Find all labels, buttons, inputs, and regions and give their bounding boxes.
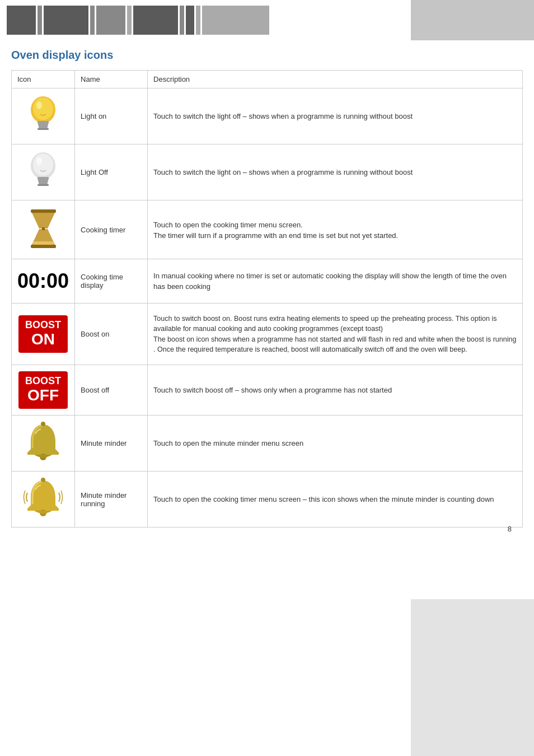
icon-table: Icon Name Description — [11, 70, 523, 528]
boost-on-icon: BOOST ON — [18, 315, 68, 353]
name-cell-cooking-timer: Cooking timer — [75, 200, 148, 259]
deco-block-1 — [7, 6, 36, 35]
page-title-section: Oven display icons — [0, 40, 534, 70]
svg-rect-12 — [38, 184, 49, 186]
icon-cell-minute-minder — [12, 416, 75, 472]
svg-point-17 — [41, 422, 45, 426]
deco-block-2 — [44, 6, 88, 35]
top-decoration — [0, 0, 534, 40]
header-icon: Icon — [12, 71, 75, 88]
svg-rect-4 — [39, 126, 48, 128]
svg-rect-16 — [42, 227, 45, 230]
svg-point-19 — [41, 478, 45, 482]
icon-cell-boost-off: BOOST OFF — [12, 365, 75, 416]
svg-rect-10 — [38, 180, 48, 182]
desc-cell-minute-minder-running: Touch to open the cooking timer menu scr… — [148, 472, 523, 528]
svg-point-6 — [36, 101, 42, 109]
table-row: BOOST OFF Boost off Touch to switch boos… — [12, 365, 523, 416]
icon-cell-light-on — [12, 88, 75, 144]
deco-block-3 — [96, 6, 125, 35]
table-header-row: Icon Name Description — [12, 71, 523, 88]
minute-minder-icon — [23, 420, 63, 465]
light-off-icon — [24, 149, 63, 194]
name-cell-cooking-time-display: Cooking time display — [75, 259, 148, 304]
pattern-left — [0, 0, 411, 40]
bottom-right-decoration — [411, 599, 534, 756]
icon-cell-light-off — [12, 144, 75, 200]
desc-cell-light-on: Touch to switch the light off – shows wh… — [148, 88, 523, 144]
desc-cell-boost-off: Touch to switch boost off – shows only w… — [148, 365, 523, 416]
icon-cell-cooking-time-display: 00:00 — [12, 259, 75, 304]
pattern-right — [411, 0, 534, 40]
deco-spacer-3 — [127, 6, 132, 35]
svg-rect-15 — [31, 245, 56, 248]
svg-point-8 — [33, 153, 53, 176]
desc-cell-boost-on: Touch to switch boost on. Boost runs ext… — [148, 304, 523, 365]
svg-point-13 — [36, 157, 42, 165]
svg-rect-2 — [38, 121, 49, 124]
svg-rect-9 — [38, 177, 49, 180]
table-row: Minute minder running Touch to open the … — [12, 472, 523, 528]
svg-rect-11 — [39, 182, 48, 184]
table-row: Light Off Touch to switch the light on –… — [12, 144, 523, 200]
header-name: Name — [75, 71, 148, 88]
header-description: Description — [148, 71, 523, 88]
deco-spacer-1 — [38, 6, 42, 35]
deco-spacer-5 — [196, 6, 200, 35]
svg-rect-5 — [38, 128, 49, 130]
name-cell-minute-minder-running: Minute minder running — [75, 472, 148, 528]
name-cell-boost-off: Boost off — [75, 365, 148, 416]
icon-cell-minute-minder-running — [12, 472, 75, 528]
deco-spacer-4 — [180, 6, 184, 35]
svg-rect-14 — [31, 209, 56, 213]
deco-spacer-2 — [90, 6, 95, 35]
icon-cell-boost-on: BOOST ON — [12, 304, 75, 365]
name-cell-boost-on: Boost on — [75, 304, 148, 365]
icon-cell-cooking-timer — [12, 200, 75, 259]
light-on-icon — [24, 93, 63, 138]
page-title: Oven display icons — [11, 49, 523, 62]
name-cell-minute-minder: Minute minder — [75, 416, 148, 472]
page-number: 8 — [0, 525, 523, 533]
deco-block-4 — [133, 6, 178, 35]
cooking-timer-icon — [25, 205, 62, 253]
desc-cell-minute-minder: Touch to open the minute minder menu scr… — [148, 416, 523, 472]
desc-cell-cooking-time-display: In manual cooking where no timer is set … — [148, 259, 523, 304]
name-cell-light-off: Light Off — [75, 144, 148, 200]
desc-cell-light-off: Touch to switch the light on – shows whe… — [148, 144, 523, 200]
boost-off-icon: BOOST OFF — [18, 371, 68, 409]
table-row: Light on Touch to switch the light off –… — [12, 88, 523, 144]
svg-point-1 — [33, 97, 53, 120]
table-row: BOOST ON Boost on Touch to switch boost … — [12, 304, 523, 365]
svg-rect-3 — [38, 124, 48, 126]
desc-cell-cooking-timer: Touch to open the cooking timer menu scr… — [148, 200, 523, 259]
name-cell-light-on: Light on — [75, 88, 148, 144]
table-row: Cooking timer Touch to open the cooking … — [12, 200, 523, 259]
cooking-time-display: 00:00 — [17, 264, 69, 298]
table-row: 00:00 Cooking time display In manual coo… — [12, 259, 523, 304]
table-row: Minute minder Touch to open the minute m… — [12, 416, 523, 472]
deco-block-5 — [186, 6, 194, 35]
deco-block-6 — [202, 6, 269, 35]
minute-minder-running-icon — [23, 476, 63, 521]
